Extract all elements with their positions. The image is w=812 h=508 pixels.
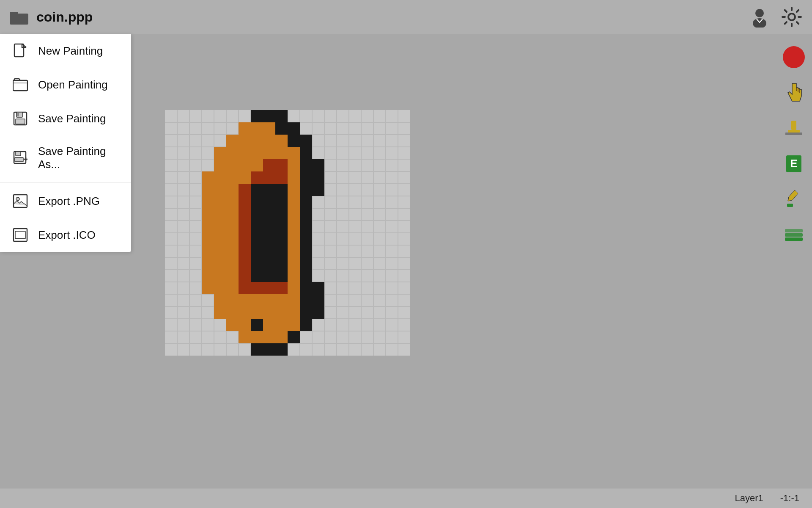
svg-rect-82: [214, 171, 251, 184]
svg-rect-95: [202, 196, 214, 208]
svg-rect-76: [226, 159, 263, 171]
svg-rect-123: [263, 233, 275, 245]
svg-rect-134: [300, 245, 312, 257]
export-ico-icon: [13, 227, 28, 243]
menu-item-export-png[interactable]: Export .PNG: [0, 184, 131, 218]
svg-rect-167: [263, 319, 288, 331]
svg-rect-153: [300, 282, 312, 294]
svg-rect-103: [202, 208, 214, 221]
layer-label: Layer1: [735, 493, 763, 504]
svg-rect-84: [288, 171, 300, 184]
svg-rect-11: [16, 119, 25, 124]
svg-rect-180: [785, 237, 803, 241]
svg-rect-162: [275, 306, 300, 319]
svg-rect-71: [226, 147, 275, 159]
settings-button[interactable]: [780, 5, 804, 29]
menu-divider: [0, 182, 131, 182]
paint-tool-button[interactable]: [779, 185, 809, 214]
export-png-label: Export .PNG: [38, 195, 100, 208]
svg-rect-122: [251, 233, 263, 245]
svg-rect-118: [300, 221, 312, 233]
stamp-tool-button[interactable]: [779, 113, 809, 143]
svg-rect-179: [787, 204, 793, 207]
svg-rect-88: [214, 184, 239, 196]
new-painting-label: New Painting: [38, 44, 103, 58]
svg-rect-85: [300, 171, 312, 184]
right-toolbar: E: [776, 34, 812, 489]
svg-rect-173: [251, 343, 288, 356]
svg-rect-107: [263, 208, 275, 221]
export-png-icon: [13, 193, 28, 209]
menu-item-new-painting[interactable]: New Painting: [0, 34, 131, 68]
svg-rect-79: [300, 159, 312, 171]
svg-rect-172: [288, 331, 300, 343]
svg-rect-83: [251, 171, 288, 184]
open-painting-icon: [13, 77, 28, 92]
svg-rect-73: [288, 147, 300, 159]
svg-rect-115: [263, 221, 275, 233]
svg-rect-140: [275, 257, 288, 270]
svg-rect-90: [251, 184, 275, 196]
folder-button[interactable]: [8, 6, 30, 28]
svg-rect-77: [263, 159, 288, 171]
svg-rect-94: [312, 184, 324, 196]
menu-item-save-as[interactable]: Save Painting As...: [0, 135, 131, 180]
export-ico-label: Export .ICO: [38, 229, 96, 242]
svg-point-5: [788, 14, 795, 20]
svg-rect-164: [312, 306, 324, 319]
menu-item-export-ico[interactable]: Export .ICO: [0, 218, 131, 252]
svg-rect-146: [251, 270, 288, 282]
pixel-canvas[interactable]: [165, 110, 410, 356]
edit-tool-button[interactable]: E: [779, 149, 809, 179]
save-painting-label: Save Painting: [38, 112, 106, 125]
svg-rect-108: [275, 208, 288, 221]
svg-rect-98: [251, 196, 263, 208]
svg-rect-64: [263, 122, 275, 135]
svg-rect-109: [288, 208, 300, 221]
svg-rect-159: [312, 294, 324, 306]
svg-rect-68: [275, 135, 288, 147]
svg-point-2: [755, 9, 764, 17]
svg-rect-124: [275, 233, 288, 245]
document-title: coin.ppp: [36, 9, 93, 25]
save-painting-icon: [13, 111, 28, 126]
svg-rect-137: [239, 257, 251, 270]
svg-rect-87: [202, 184, 214, 196]
svg-rect-143: [202, 270, 214, 282]
svg-rect-136: [214, 257, 239, 270]
layers-tool-button[interactable]: [779, 220, 809, 250]
svg-rect-129: [239, 245, 251, 257]
svg-rect-147: [288, 270, 300, 282]
status-bar: Layer1 -1:-1: [0, 489, 812, 508]
svg-rect-150: [214, 282, 239, 294]
svg-rect-96: [214, 196, 239, 208]
menu-item-open-painting[interactable]: Open Painting: [0, 68, 131, 102]
svg-rect-127: [202, 245, 214, 257]
header-actions: [748, 5, 804, 29]
color-tool-button[interactable]: [779, 42, 809, 72]
svg-rect-156: [226, 294, 288, 306]
active-color-swatch: [783, 46, 805, 68]
svg-rect-86: [312, 171, 324, 184]
pointer-tool-button[interactable]: [779, 78, 809, 108]
svg-rect-144: [214, 270, 239, 282]
svg-rect-170: [239, 331, 263, 343]
svg-rect-152: [288, 282, 300, 294]
svg-rect-97: [239, 196, 251, 208]
svg-rect-89: [239, 184, 251, 196]
svg-rect-163: [300, 306, 312, 319]
svg-rect-80: [312, 159, 324, 171]
svg-rect-176: [791, 121, 796, 130]
svg-rect-130: [251, 245, 263, 257]
svg-rect-149: [202, 282, 214, 294]
new-painting-icon: [13, 43, 28, 58]
svg-rect-65: [275, 122, 300, 135]
svg-rect-168: [288, 319, 300, 331]
svg-rect-120: [214, 233, 239, 245]
coordinates-label: -1:-1: [780, 493, 799, 504]
user-button[interactable]: [748, 5, 771, 29]
svg-rect-14: [16, 152, 21, 156]
svg-rect-155: [214, 294, 226, 306]
svg-rect-114: [251, 221, 263, 233]
menu-item-save-painting[interactable]: Save Painting: [0, 102, 131, 135]
